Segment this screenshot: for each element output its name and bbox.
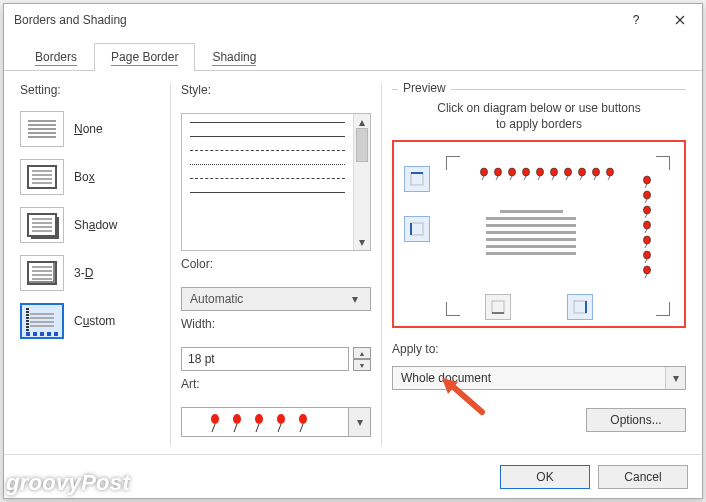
svg-rect-26 [492, 301, 504, 313]
setting-option-none[interactable]: None [20, 107, 160, 151]
setting-option-3d[interactable]: 3-D [20, 251, 160, 295]
color-combo[interactable]: Automatic ▾ [181, 287, 371, 311]
svg-point-20 [644, 191, 651, 199]
tab-page-border[interactable]: Page Border [94, 43, 195, 71]
apply-to-label: Apply to: [392, 342, 686, 356]
svg-point-11 [509, 168, 516, 176]
tab-strip: Borders Page Border Shading [4, 36, 702, 71]
border-right-icon [572, 299, 588, 315]
color-label: Color: [181, 257, 371, 271]
svg-point-17 [593, 168, 600, 176]
svg-point-24 [644, 251, 651, 259]
svg-point-25 [644, 266, 651, 274]
svg-point-21 [644, 206, 651, 214]
preview-hint: Click on diagram below or use buttonsto … [392, 100, 686, 132]
svg-point-13 [537, 168, 544, 176]
svg-point-19 [644, 176, 651, 184]
style-listbox[interactable]: ▴ ▾ [181, 113, 371, 251]
svg-rect-5 [411, 173, 423, 185]
art-dropdown-button[interactable]: ▾ [349, 407, 371, 437]
setting-option-custom[interactable]: Custom [20, 299, 160, 343]
scroll-up-icon[interactable]: ▴ [356, 116, 368, 128]
threeD-thumb [20, 255, 64, 291]
border-left-toggle[interactable] [404, 216, 430, 242]
apply-to-combo[interactable]: Whole document ▾ [392, 366, 686, 390]
spin-down-icon[interactable]: ▼ [353, 359, 371, 371]
scroll-track[interactable] [354, 128, 370, 236]
svg-point-14 [551, 168, 558, 176]
preview-label: Preview [398, 81, 451, 95]
svg-point-1 [233, 414, 241, 424]
art-combo[interactable] [181, 407, 349, 437]
color-value: Automatic [190, 292, 243, 306]
close-icon [675, 15, 685, 25]
svg-point-15 [565, 168, 572, 176]
preview-highlight-box [392, 140, 686, 328]
border-right-toggle[interactable] [567, 294, 593, 320]
width-label: Width: [181, 317, 371, 331]
border-left-icon [409, 221, 425, 237]
setting-label: Setting: [20, 83, 160, 97]
setting-option-label: None [74, 122, 103, 136]
close-button[interactable] [658, 4, 702, 36]
style-line-dotted[interactable] [190, 164, 345, 165]
setting-option-label: Custom [74, 314, 115, 328]
svg-point-23 [644, 236, 651, 244]
setting-option-label: Shadow [74, 218, 117, 232]
width-spinner[interactable]: ▲▼ [353, 347, 371, 371]
setting-option-label: Box [74, 170, 95, 184]
custom-thumb [20, 303, 64, 339]
svg-point-2 [255, 414, 263, 424]
spin-up-icon[interactable]: ▲ [353, 347, 371, 359]
preview-page-diagram[interactable] [446, 156, 670, 316]
chevron-down-icon: ▾ [665, 367, 685, 389]
tab-borders[interactable]: Borders [18, 43, 94, 71]
border-top-icon [409, 171, 425, 187]
svg-point-10 [495, 168, 502, 176]
setting-option-label: 3-D [74, 266, 93, 280]
width-input[interactable]: 18 pt [181, 347, 349, 371]
style-line-dashdot[interactable] [190, 192, 345, 193]
setting-option-shadow[interactable]: Shadow [20, 203, 160, 247]
svg-rect-7 [411, 223, 423, 235]
preview-column: Preview Click on diagram below or use bu… [392, 83, 686, 446]
scroll-down-icon[interactable]: ▾ [356, 236, 368, 248]
separator [381, 83, 382, 446]
svg-point-16 [579, 168, 586, 176]
style-line-dashed-long[interactable] [190, 150, 345, 151]
options-button[interactable]: Options... [586, 408, 686, 432]
borders-shading-dialog: Borders and Shading ? Borders Page Borde… [3, 3, 703, 499]
svg-point-18 [607, 168, 614, 176]
help-button[interactable]: ? [614, 4, 658, 36]
scroll-thumb[interactable] [356, 128, 368, 162]
style-column: Style: ▴ ▾ Color: Automatic [181, 83, 371, 446]
none-thumb [20, 111, 64, 147]
shadow-thumb [20, 207, 64, 243]
svg-point-9 [481, 168, 488, 176]
border-bottom-toggle[interactable] [485, 294, 511, 320]
style-label: Style: [181, 83, 371, 97]
window-title: Borders and Shading [14, 13, 614, 27]
applied-border-top-art [476, 166, 706, 180]
style-line-solid[interactable] [190, 122, 345, 123]
border-top-toggle[interactable] [404, 166, 430, 192]
ok-button[interactable]: OK [500, 465, 590, 489]
svg-point-0 [211, 414, 219, 424]
cancel-button[interactable]: Cancel [598, 465, 688, 489]
setting-option-box[interactable]: Box [20, 155, 160, 199]
svg-point-12 [523, 168, 530, 176]
style-scrollbar[interactable]: ▴ ▾ [353, 114, 370, 250]
tab-shading[interactable]: Shading [195, 43, 273, 71]
style-line-dashed[interactable] [190, 178, 345, 179]
svg-point-22 [644, 221, 651, 229]
style-line-thin[interactable] [190, 136, 345, 137]
svg-point-3 [277, 414, 285, 424]
box-thumb [20, 159, 64, 195]
corner-marker [446, 156, 460, 170]
dialog-footer: OK Cancel [4, 454, 702, 498]
svg-rect-28 [574, 301, 586, 313]
setting-column: Setting: None Box Shadow 3-D Custom [20, 83, 160, 446]
border-bottom-icon [490, 299, 506, 315]
apply-to-value: Whole document [401, 371, 491, 385]
preview-text-lines [486, 210, 576, 255]
